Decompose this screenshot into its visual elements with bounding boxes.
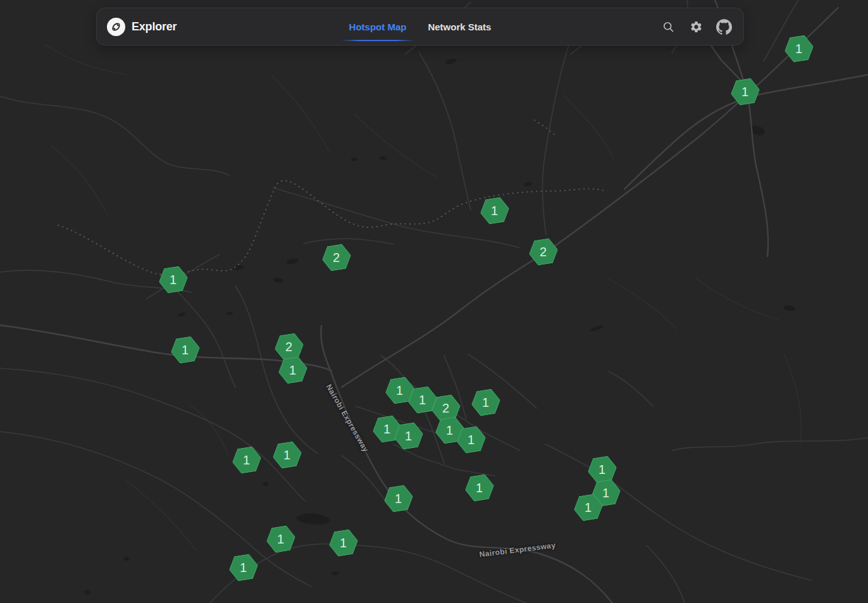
hexagon-count: 1 — [340, 537, 347, 549]
hexagon-count: 1 — [283, 449, 290, 461]
map-canvas[interactable]: Nairobi ExpresswayNairobi Expressway 111… — [0, 0, 868, 603]
hexagon-count: 1 — [243, 454, 250, 466]
hexagon-count: 1 — [491, 204, 498, 217]
hexagon-count: 1 — [598, 463, 605, 476]
tab-network-stats[interactable]: Network Stats — [428, 22, 491, 32]
hexagon-count: 1 — [482, 396, 489, 409]
search-icon[interactable] — [660, 18, 676, 35]
hexagon-count: 1 — [383, 423, 390, 435]
hexagon-count: 1 — [240, 561, 247, 574]
hexagon-count: 2 — [442, 402, 449, 414]
nav-actions — [660, 18, 732, 35]
hexagon-count: 2 — [540, 246, 547, 258]
hexagon-count: 1 — [277, 533, 284, 545]
hexagon-count: 1 — [419, 394, 426, 406]
settings-gear-icon[interactable] — [688, 18, 704, 35]
nav-tabs: Hotspot Map Network Stats — [349, 8, 492, 45]
hexagon-count: 1 — [446, 424, 453, 437]
hexagon-count: 1 — [795, 42, 802, 55]
top-navbar: Explorer Hotspot Map Network Stats — [96, 8, 744, 46]
hexagon-count: 1 — [289, 364, 296, 376]
hexagon-count: 1 — [395, 492, 402, 505]
tab-hotspot-map[interactable]: Hotspot Map — [349, 22, 407, 32]
hexagon-count: 1 — [602, 487, 609, 499]
hexagon-count: 2 — [333, 251, 340, 264]
app-title: Explorer — [132, 20, 177, 34]
hexagon-count: 1 — [476, 482, 483, 494]
hexagon-count: 1 — [585, 501, 592, 514]
github-icon[interactable] — [716, 18, 732, 35]
hexagon-count: 1 — [396, 384, 403, 397]
helium-logo-icon — [107, 18, 125, 36]
hexagon-count: 1 — [468, 433, 474, 446]
hexagon-count: 1 — [182, 344, 189, 356]
hexagon-count: 1 — [741, 85, 748, 98]
explorer-logo[interactable]: Explorer — [107, 18, 177, 36]
hexagon-count: 2 — [285, 340, 292, 353]
hexagon-count: 1 — [170, 273, 177, 286]
hexagon-count: 1 — [405, 430, 412, 442]
